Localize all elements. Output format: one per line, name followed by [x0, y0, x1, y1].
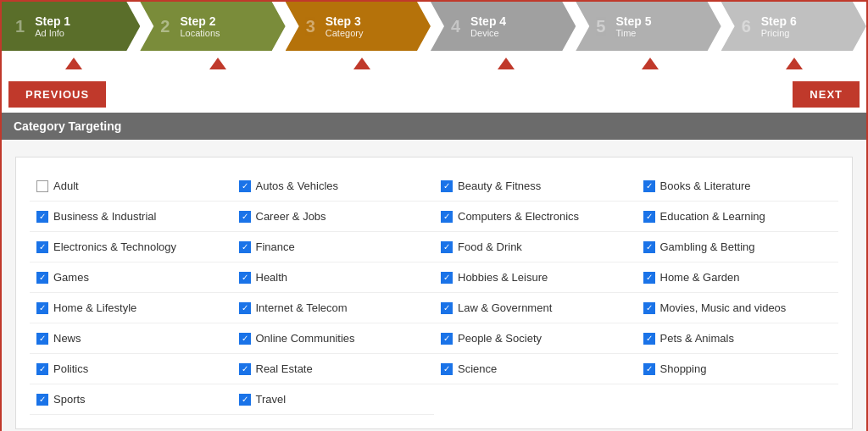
category-item[interactable]: Finance — [232, 232, 435, 262]
category-label: Real Estate — [256, 362, 313, 375]
category-label: Travel — [256, 393, 287, 406]
arrow-container-3 — [290, 51, 434, 76]
category-label: Health — [256, 271, 288, 284]
category-item[interactable]: Politics — [30, 354, 232, 384]
step-3[interactable]: 3 Step 3 Category — [286, 2, 431, 51]
category-checkbox[interactable] — [643, 302, 655, 314]
category-checkbox[interactable] — [36, 333, 48, 345]
arrow-container-1 — [2, 51, 146, 76]
category-label: Food & Drink — [458, 240, 522, 253]
category-checkbox[interactable] — [36, 211, 48, 223]
category-label: Autos & Vehicles — [256, 180, 339, 192]
category-item[interactable]: People & Society — [434, 323, 637, 354]
category-inner: AdultAutos & VehiclesBeauty & FitnessBoo… — [15, 157, 853, 429]
category-label: Home & Garden — [660, 271, 740, 284]
category-checkbox[interactable] — [239, 302, 251, 314]
category-item[interactable]: Real Estate — [232, 354, 435, 384]
step-title-4: Step 4 — [470, 14, 506, 28]
category-item[interactable]: Gambling & Betting — [637, 232, 839, 262]
step-subtitle-6: Pricing — [761, 28, 797, 38]
next-button[interactable]: NEXT — [793, 81, 860, 108]
category-item[interactable]: Career & Jobs — [232, 202, 435, 232]
category-item[interactable]: Travel — [232, 384, 435, 415]
category-item[interactable]: Law & Government — [434, 293, 637, 323]
step-4[interactable]: 4 Step 4 Device — [431, 2, 576, 51]
category-item[interactable]: Beauty & Fitness — [434, 171, 637, 202]
category-checkbox[interactable] — [36, 363, 48, 375]
category-item[interactable]: Home & Lifestyle — [30, 293, 232, 323]
category-checkbox[interactable] — [441, 302, 453, 314]
category-label: Movies, Music and videos — [660, 301, 787, 314]
category-checkbox[interactable] — [643, 241, 655, 253]
category-item[interactable]: News — [30, 323, 232, 354]
category-checkbox[interactable] — [36, 272, 48, 284]
category-checkbox[interactable] — [36, 302, 48, 314]
category-checkbox[interactable] — [441, 333, 453, 345]
arrows-row — [2, 51, 866, 76]
category-item[interactable]: Online Communities — [232, 323, 435, 354]
category-checkbox[interactable] — [643, 272, 655, 284]
category-checkbox[interactable] — [441, 211, 453, 223]
category-label: Games — [53, 271, 89, 284]
category-checkbox[interactable] — [239, 394, 251, 406]
arrow-up-3 — [353, 58, 370, 69]
category-item[interactable]: Games — [30, 262, 232, 293]
category-label: Sports — [53, 393, 86, 406]
category-item[interactable]: Computers & Electronics — [434, 202, 637, 232]
step-number-2: 2 — [160, 17, 170, 36]
category-item[interactable]: Autos & Vehicles — [232, 171, 435, 202]
step-2[interactable]: 2 Step 2 Locations — [140, 2, 285, 51]
category-item[interactable]: Internet & Telecom — [232, 293, 435, 323]
step-subtitle-4: Device — [470, 28, 506, 38]
category-item[interactable]: Shopping — [637, 354, 839, 384]
category-checkbox[interactable] — [239, 363, 251, 375]
category-item[interactable]: Home & Garden — [637, 262, 839, 293]
category-item[interactable]: Food & Drink — [434, 232, 637, 262]
step-subtitle-3: Category — [326, 28, 364, 38]
category-item[interactable]: Hobbies & Leisure — [434, 262, 637, 293]
step-title-3: Step 3 — [326, 14, 364, 28]
category-checkbox[interactable] — [441, 241, 453, 253]
category-item[interactable]: Education & Learning — [637, 202, 839, 232]
category-item[interactable]: Adult — [30, 171, 232, 202]
category-item[interactable]: Business & Industrial — [30, 202, 232, 232]
category-label: News — [53, 332, 81, 345]
category-label: Career & Jobs — [256, 210, 326, 223]
category-checkbox[interactable] — [643, 363, 655, 375]
step-6[interactable]: 6 Step 6 Pricing — [721, 2, 866, 51]
category-item[interactable]: Sports — [30, 384, 232, 415]
category-item[interactable]: Books & Literature — [637, 171, 839, 202]
category-checkbox[interactable] — [441, 272, 453, 284]
category-checkbox[interactable] — [643, 333, 655, 345]
category-item[interactable]: Pets & Animals — [637, 323, 839, 354]
step-title-2: Step 2 — [180, 14, 220, 28]
category-checkbox[interactable] — [441, 363, 453, 375]
step-number-1: 1 — [15, 17, 25, 36]
category-item[interactable]: Electronics & Technology — [30, 232, 232, 262]
category-label: Politics — [53, 362, 88, 375]
category-checkbox[interactable] — [239, 241, 251, 253]
prev-button[interactable]: PREVIOUS — [8, 81, 106, 108]
category-checkbox[interactable] — [643, 180, 655, 192]
category-label: Internet & Telecom — [256, 301, 348, 314]
category-label: Gambling & Betting — [660, 240, 755, 253]
step-5[interactable]: 5 Step 5 Time — [576, 2, 721, 51]
step-subtitle-1: Ad Info — [35, 28, 70, 38]
category-checkbox[interactable] — [239, 333, 251, 345]
arrow-container-5 — [578, 51, 722, 76]
category-item[interactable]: Science — [434, 354, 637, 384]
category-checkbox[interactable] — [36, 180, 48, 192]
category-grid: AdultAutos & VehiclesBeauty & FitnessBoo… — [30, 171, 838, 415]
step-1[interactable]: 1 Step 1 Ad Info — [2, 2, 140, 51]
step-number-5: 5 — [596, 17, 605, 36]
category-checkbox[interactable] — [36, 241, 48, 253]
category-checkbox[interactable] — [441, 180, 453, 192]
category-checkbox[interactable] — [643, 211, 655, 223]
category-item[interactable]: Movies, Music and videos — [637, 293, 839, 323]
category-checkbox[interactable] — [239, 272, 251, 284]
category-checkbox[interactable] — [239, 180, 251, 192]
category-label: Hobbies & Leisure — [458, 271, 548, 284]
category-item[interactable]: Health — [232, 262, 435, 293]
category-checkbox[interactable] — [239, 211, 251, 223]
category-checkbox[interactable] — [36, 394, 48, 406]
